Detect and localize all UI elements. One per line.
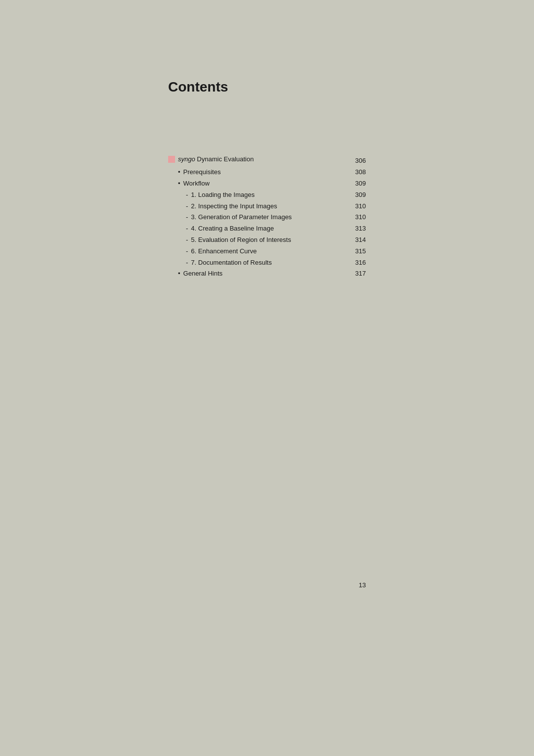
page-number: 317 bbox=[355, 269, 366, 279]
page-number: 314 bbox=[355, 235, 366, 245]
bottom-page-number: 13 bbox=[359, 581, 366, 589]
toc-text: 5. Evaluation of Region of Interests bbox=[191, 235, 291, 245]
toc-text: 6. Enhancement Curve bbox=[191, 246, 257, 257]
toc-label: - 1. Loading the Images bbox=[186, 190, 255, 200]
dash-icon: - bbox=[186, 190, 188, 200]
toc-text: 3. Generation of Parameter Images bbox=[191, 212, 292, 223]
dash-icon: - bbox=[186, 235, 188, 245]
toc-label: syngo Dynamic Evaluation bbox=[168, 154, 254, 165]
toc-entry-workflow: • Workflow 309 bbox=[168, 179, 366, 189]
toc-entry-general-hints: • General Hints 317 bbox=[168, 269, 366, 279]
toc-text: General Hints bbox=[183, 269, 222, 279]
toc-text: 2. Inspecting the Input Images bbox=[191, 201, 277, 212]
contents-title: Contents bbox=[168, 79, 366, 95]
page-number: 310 bbox=[355, 212, 366, 223]
toc-text-italic: syngo bbox=[178, 155, 195, 163]
toc-text: 4. Creating a Baseline Image bbox=[191, 224, 274, 234]
dash-icon: - bbox=[186, 212, 188, 223]
dash-icon: - bbox=[186, 201, 188, 212]
bullet-icon: • bbox=[178, 167, 180, 178]
page-number: 315 bbox=[355, 246, 366, 257]
page-number: 309 bbox=[355, 179, 366, 189]
toc-label: • Workflow bbox=[178, 179, 210, 189]
toc-text: syngo Dynamic Evaluation bbox=[178, 154, 254, 165]
toc-text: Workflow bbox=[183, 179, 210, 189]
toc-label: - 5. Evaluation of Region of Interests bbox=[186, 235, 291, 245]
page-number: 316 bbox=[355, 258, 366, 268]
toc-entry-loading-images: - 1. Loading the Images 309 bbox=[168, 190, 366, 200]
page-container: Contents syngo Dynamic Evaluation 306 • … bbox=[143, 59, 391, 604]
toc-entry-inspecting-input-images: - 2. Inspecting the Input Images 310 bbox=[168, 201, 366, 212]
page-number: 308 bbox=[355, 167, 366, 178]
page-number: 309 bbox=[355, 190, 366, 200]
toc-list: syngo Dynamic Evaluation 306 • Prerequis… bbox=[168, 154, 366, 279]
toc-text: 1. Loading the Images bbox=[191, 190, 255, 200]
page-number: 310 bbox=[355, 201, 366, 212]
toc-entry-prerequisites: • Prerequisites 308 bbox=[168, 167, 366, 178]
toc-text: 7. Documentation of Results bbox=[191, 258, 271, 268]
bullet-icon: • bbox=[178, 179, 180, 189]
page-number: 306 bbox=[355, 156, 366, 166]
toc-label: • Prerequisites bbox=[178, 167, 221, 178]
bullet-icon: • bbox=[178, 269, 180, 279]
toc-entry-evaluation-roi: - 5. Evaluation of Region of Interests 3… bbox=[168, 235, 366, 245]
dash-icon: - bbox=[186, 258, 188, 268]
toc-label: - 2. Inspecting the Input Images bbox=[186, 201, 277, 212]
toc-entry-generation-parameter-images: - 3. Generation of Parameter Images 310 bbox=[168, 212, 366, 223]
page-number: 313 bbox=[355, 224, 366, 234]
dash-icon: - bbox=[186, 246, 188, 257]
toc-entry-documentation-results: - 7. Documentation of Results 316 bbox=[168, 258, 366, 268]
toc-label: - 6. Enhancement Curve bbox=[186, 246, 257, 257]
toc-entry-syngo-dynamic-evaluation: syngo Dynamic Evaluation 306 bbox=[168, 154, 366, 166]
color-block-icon bbox=[168, 156, 175, 163]
toc-label: - 4. Creating a Baseline Image bbox=[186, 224, 274, 234]
toc-text: Prerequisites bbox=[183, 167, 221, 178]
dash-icon: - bbox=[186, 224, 188, 234]
toc-label: - 3. Generation of Parameter Images bbox=[186, 212, 292, 223]
toc-entry-creating-baseline-image: - 4. Creating a Baseline Image 313 bbox=[168, 224, 366, 234]
toc-label: - 7. Documentation of Results bbox=[186, 258, 272, 268]
toc-entry-enhancement-curve: - 6. Enhancement Curve 315 bbox=[168, 246, 366, 257]
toc-label: • General Hints bbox=[178, 269, 222, 279]
